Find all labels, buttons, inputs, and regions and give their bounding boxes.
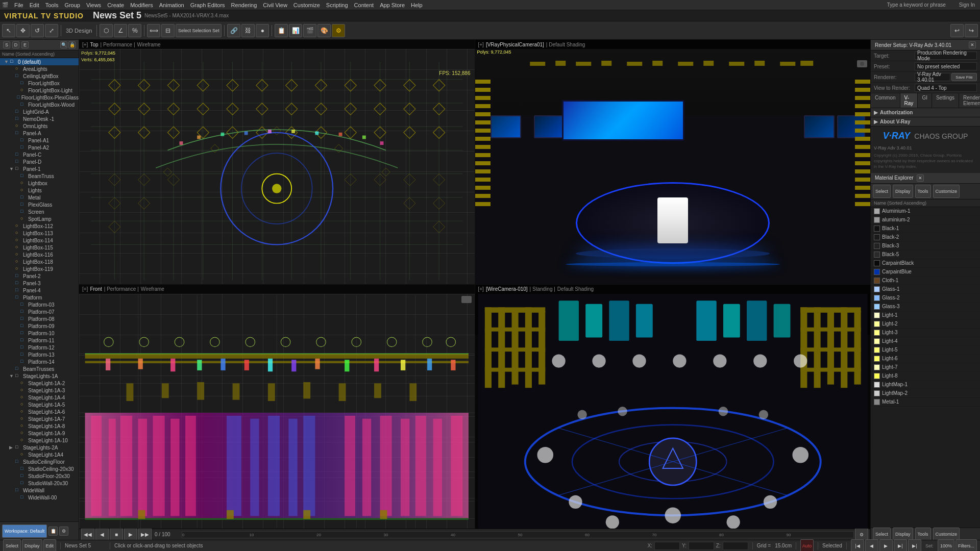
viewport-header-br[interactable]: [+] [WireCamera-010] | Standing | Defaul…: [475, 285, 871, 294]
tree-item[interactable]: □StudioCeiling-20x30: [0, 465, 79, 472]
percent-snap-btn[interactable]: %: [128, 24, 141, 37]
menu-graph-editors[interactable]: Graph Editors: [190, 2, 225, 8]
render-btn[interactable]: 🎬: [303, 24, 316, 37]
tree-item[interactable]: ○LightBox-115: [0, 244, 79, 251]
render-tab-elements[interactable]: Render Elements: [959, 93, 980, 108]
render-tab-gi[interactable]: GI: [918, 93, 932, 108]
mat-bottom-select-btn[interactable]: Select: [873, 528, 891, 540]
angle-snap-btn[interactable]: ∠: [114, 24, 127, 37]
tree-item[interactable]: □Platform-13: [0, 351, 79, 358]
tree-item[interactable]: □Panel-D: [0, 158, 79, 165]
viewport-top-right[interactable]: [+] [VRayPhysicalCamera01] | Default Sha…: [475, 40, 871, 284]
scene-lock-btn[interactable]: 🔒: [68, 41, 76, 48]
play-prev-btn[interactable]: ◀: [865, 539, 878, 552]
tree-item[interactable]: □Platform-07: [0, 308, 79, 315]
material-row[interactable]: Light-6: [871, 355, 980, 363]
tree-item[interactable]: ○LightBox-116: [0, 251, 79, 258]
vp-bl-bracket[interactable]: [+]: [82, 286, 88, 292]
graph-editors-btn[interactable]: 📊: [289, 24, 302, 37]
menu-modifiers[interactable]: Modifiers: [130, 2, 153, 8]
tree-item[interactable]: ▶□StageLights-2A: [0, 444, 79, 451]
y-input[interactable]: [689, 542, 714, 550]
tree-item[interactable]: □StudioFloor-20x30: [0, 472, 79, 480]
tree-item[interactable]: □Panel-A: [0, 130, 79, 137]
redo-btn[interactable]: ↪: [965, 24, 978, 37]
material-row[interactable]: Cloth-1: [871, 277, 980, 285]
move-btn[interactable]: ✥: [16, 24, 30, 37]
status-select-btn[interactable]: Select: [3, 539, 21, 552]
menu-group[interactable]: Group: [64, 2, 80, 8]
tree-item[interactable]: ○Lightbox: [0, 180, 79, 187]
tree-item[interactable]: □Screen: [0, 208, 79, 215]
tree-item[interactable]: ○StageLight-1A4: [0, 451, 79, 458]
menu-customize[interactable]: Customize: [293, 2, 320, 8]
tree-item[interactable]: ○AreaLights: [0, 65, 79, 72]
tree-item[interactable]: ▼□Panel-1: [0, 165, 79, 172]
bind-btn[interactable]: ●: [256, 24, 269, 37]
tree-item[interactable]: □FloorLightBox-Wood: [0, 101, 79, 108]
tree-item[interactable]: □BeamTrusses: [0, 365, 79, 372]
menu-rendering[interactable]: Rendering: [231, 2, 257, 8]
tree-item[interactable]: □Platform-14: [0, 358, 79, 365]
auto-btn[interactable]: Auto: [800, 539, 814, 552]
workspace-btn[interactable]: Workspace: Default: [2, 524, 47, 538]
about-vray-section[interactable]: ▶ About V-Ray: [871, 117, 980, 127]
tree-item[interactable]: □FloorLightBox: [0, 80, 79, 87]
tree-item[interactable]: ▼□StageLights-1A: [0, 372, 79, 380]
tree-item[interactable]: ○Lights: [0, 187, 79, 194]
mat-close-btn[interactable]: ✕: [917, 174, 924, 182]
named-selection-btn[interactable]: Select Selection Set: [176, 24, 222, 37]
render-target-value[interactable]: Production Rendering Mode: [915, 52, 977, 60]
scene-tree[interactable]: ▼□0 (default)○AreaLights□CeilingLightBox…: [0, 58, 79, 521]
material-row[interactable]: Glass-2: [871, 294, 980, 303]
authorization-section[interactable]: ▶ Authorization: [871, 108, 980, 117]
mirror-btn[interactable]: ⟺: [147, 24, 160, 37]
tree-item[interactable]: □Platform-08: [0, 315, 79, 322]
material-row[interactable]: Black-3: [871, 242, 980, 251]
material-row[interactable]: aluminium-2: [871, 216, 980, 224]
material-row[interactable]: Black-1: [871, 224, 980, 233]
tree-item[interactable]: □Platform-12: [0, 344, 79, 351]
tree-item[interactable]: □StudioWall-20x30: [0, 480, 79, 487]
tree-item[interactable]: □Panel-4: [0, 287, 79, 294]
menu-edit[interactable]: Edit: [30, 2, 39, 8]
menu-app-store[interactable]: App Store: [380, 2, 405, 8]
material-row[interactable]: Light-7: [871, 363, 980, 372]
tree-item[interactable]: ○StageLight-1A-7: [0, 415, 79, 422]
unlink-btn[interactable]: ⛓: [241, 24, 255, 37]
status-display-btn[interactable]: Display: [22, 539, 42, 552]
menu-tools[interactable]: Tools: [45, 2, 59, 8]
mat-select-btn[interactable]: Select: [873, 185, 891, 198]
tree-item[interactable]: □BeamTruss: [0, 172, 79, 180]
timeline-end-btn[interactable]: ▶▶: [138, 528, 152, 540]
menu-content[interactable]: Content: [354, 2, 374, 8]
tree-item[interactable]: ▼□0 (default): [0, 58, 79, 65]
undo-btn[interactable]: ↩: [950, 24, 964, 37]
viewport-bottom-left[interactable]: [+] Front | Performance | Wireframe: [79, 285, 475, 529]
tree-item[interactable]: ○LightBox-118: [0, 258, 79, 265]
material-row[interactable]: Light-8: [871, 372, 980, 381]
viewport-bottom-right[interactable]: [+] [WireCamera-010] | Standing | Defaul…: [475, 285, 871, 529]
viewport-header-bl[interactable]: [+] Front | Performance | Wireframe: [79, 285, 475, 294]
viewport-header-tl[interactable]: [+] Top | Performance | Wireframe: [79, 40, 475, 49]
tree-item[interactable]: □WideWall-00: [0, 494, 79, 501]
vp-br-bracket[interactable]: [+]: [478, 286, 484, 292]
tree-item[interactable]: □NemoDesk -1: [0, 115, 79, 122]
mat-tools-btn[interactable]: Tools: [915, 185, 931, 198]
timeline-settings-btn[interactable]: ⚙: [855, 528, 868, 540]
tree-item[interactable]: □StudioCeilingFloor: [0, 458, 79, 465]
material-row[interactable]: LightMap-2: [871, 389, 980, 398]
material-row[interactable]: Light-5: [871, 346, 980, 355]
save-file-btn[interactable]: Save File: [951, 73, 977, 81]
menu-civil-view[interactable]: Civil View: [263, 2, 287, 8]
status-edit-btn[interactable]: Edit: [43, 539, 57, 552]
tree-item[interactable]: ○LightBox-114: [0, 237, 79, 244]
render-renderer-value[interactable]: V-Ray Adv 3.40.01: [915, 73, 950, 81]
rotate-btn[interactable]: ↺: [31, 24, 44, 37]
menu-create[interactable]: Create: [107, 2, 124, 8]
tree-item[interactable]: □Platform-03: [0, 301, 79, 308]
sign-in[interactable]: Sign In: [956, 2, 978, 8]
render-tab-vray[interactable]: V-Ray: [900, 93, 918, 108]
layer-btn[interactable]: 📋: [275, 24, 288, 37]
select-btn[interactable]: ↖: [2, 24, 15, 37]
